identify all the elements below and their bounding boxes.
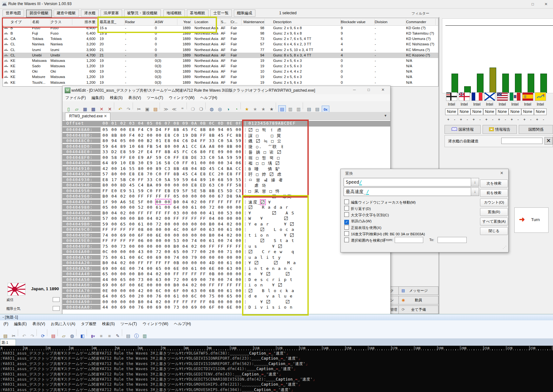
column-header-loc[interactable]: Location (194, 19, 221, 25)
hex-bytes[interactable]: 44 00 65 00 73 00 63 00 72 00 69 00 70 0… (102, 277, 241, 282)
hex-ascii[interactable]: e ¥ 〼 〼 (248, 271, 290, 276)
editor-menu-0[interactable]: (F) (1, 321, 11, 327)
column-header-asw[interactable]: ASW (155, 19, 177, 25)
replace-button[interactable]: 置換(R) (480, 208, 508, 216)
clipped-button-fragment[interactable]: ン (390, 296, 399, 304)
turn-button[interactable]: Turn (531, 217, 540, 222)
checkbox-icon[interactable] (344, 238, 349, 242)
find-prev-button[interactable]: 前を検索 (480, 189, 508, 197)
hex-ascii[interactable]: i n t e n a n c (248, 266, 293, 271)
hex-row[interactable]: 00404A30:69 00 6E 00 74 00 65 00 6E 00 6… (63, 266, 390, 272)
close-icon[interactable]: ✕ (378, 87, 388, 93)
column-header-name[interactable]: 名前 (32, 19, 50, 25)
clipped-button-fragment[interactable]: ク (390, 286, 399, 295)
table-row[interactable]: CATokiwaTokiwa4,60019-01889Northeast Asi… (3, 36, 438, 42)
maximize-icon[interactable]: □ (364, 87, 373, 93)
grep-result-row[interactable]: D:¥A031_asus_デスクトップ共有¥スチームゲーム関連¥A712 Rul… (0, 356, 553, 361)
hex-ascii[interactable]: 〼 □ 쩍 ㅓ 虑 (248, 127, 282, 133)
grep-result-row[interactable]: D:¥A031_asus_デスクトップ共有¥スチームゲーム関連¥A712 Rul… (0, 382, 553, 387)
checkbox-4[interactable]: 正規表現を使用(X) (344, 225, 381, 231)
hex-bytes[interactable]: 80 00 8D 45 C4 BA 09 00 00 00 E8 ED 63 C… (102, 183, 241, 187)
count-button[interactable]: カウント(O) (480, 199, 508, 206)
close-icon[interactable]: ✕ (541, 1, 551, 7)
hex-ascii[interactable]: ¥ 〼 〼 M a (248, 260, 296, 265)
hex-ascii[interactable]: 〼 B l o c k a (248, 288, 294, 293)
hex-bytes[interactable]: FF FF FF FF 08 00 00 00 4C 00 6F 00 63 0… (102, 227, 241, 232)
column-header-block[interactable]: Blockade value (341, 19, 375, 25)
hex-bytes[interactable]: 65 00 00 00 B0 04 02 00 FF FF FF FF 0B 0… (102, 271, 241, 276)
hex-bytes[interactable]: 69 00 6E 00 74 00 65 00 6E 00 61 00 6E 0… (102, 266, 241, 271)
panel-button-0[interactable]: 国家情報 (444, 125, 481, 134)
hex-ascii[interactable]: ㅁ 뿡 ㆋ 嫀 者 (248, 177, 283, 183)
intel-level-box[interactable]: None (509, 108, 521, 115)
grep-result-row[interactable]: D:¥A031_asus_デスクトップ共有¥スチームゲーム関連¥A712 Rul… (0, 351, 553, 356)
hex-row[interactable]: 004048C0:80 94 05 00 00 B2 01 E8 04 C6 D… (63, 138, 390, 144)
auto-sub-input[interactable] (501, 138, 543, 144)
wxm-menu-4[interactable]: ツール(T) (144, 94, 166, 101)
clear-icon[interactable]: ✕ (544, 137, 553, 145)
game-tab-6[interactable]: 地域概観 (163, 10, 185, 17)
grep-result-row[interactable]: D:¥A031_asus_デスクトップ共有¥スチームゲーム関連¥A712 Rul… (0, 372, 553, 377)
table-row[interactable]: KEOkiOki60019-0(3)1889Northeast AsiaAFFa… (3, 69, 438, 74)
hex-row[interactable]: 00404A40:65 00 00 00 B0 04 02 00 FF FF F… (63, 271, 390, 277)
find-next-button[interactable]: 次を検索 (480, 180, 508, 187)
intel-level-box[interactable]: None (483, 108, 496, 115)
intel-minus-button[interactable]: - (529, 117, 533, 122)
checkbox-5[interactable]: 16進文字列検索(H) (例: BE 00 3A or BE003A) (344, 231, 425, 237)
hex-bytes[interactable]: 0E 00 00 00 42 00 6C 00 6F 00 63 00 6B 0… (102, 288, 241, 293)
column-header-cmdr[interactable]: Commander (406, 19, 436, 25)
table-row[interactable]: KEMatsureMatsuwa1,20019-0(3)1889Northeas… (3, 74, 438, 80)
intel-minus-button[interactable]: - (491, 117, 495, 122)
hex-ascii[interactable]: ¥ 〼 A S (248, 211, 294, 215)
hex-bytes[interactable]: 0C 00 00 00 43 00 72 00 65 00 77 00 20 0… (102, 249, 241, 254)
hex-ascii[interactable]: u a l i t y (248, 255, 281, 260)
find-history-dropdown[interactable]: ↓ (471, 178, 479, 186)
game-tab-8[interactable]: 士官一覧 (210, 10, 232, 17)
table-row[interactable]: KESadoMatsuwa1,20019-0(3)1889Northeast A… (3, 63, 438, 69)
grep-result-row[interactable]: D:¥A031_asus_デスクトップ共有¥スチームゲーム関連¥A712 Rul… (0, 366, 553, 372)
grep-result-row[interactable]: D:¥A031_asus_デスクトップ共有¥スチームゲーム関連¥A712 Rul… (0, 387, 553, 392)
checkbox-icon[interactable] (344, 199, 349, 204)
hex-row[interactable]: 00404A50:44 00 65 00 73 00 63 00 72 00 6… (63, 277, 390, 283)
checkbox-0[interactable]: 編集ウィンドウにフォーカスを移動(M) (344, 199, 416, 205)
table-row[interactable]: BFujiFuso6,40015 a-01889Northeast AsiaAF… (3, 31, 438, 36)
hex-row[interactable]: 00404A80:64 00 65 00 20 00 76 00 61 00 6… (63, 294, 390, 299)
clipped-button-fragment[interactable]: 管理 (390, 305, 399, 314)
hex-bytes[interactable]: 57 80 00 E8 E8 70 C0 FF 8B 45 C4 E8 EC 2… (102, 172, 241, 176)
game-tab-1[interactable]: 就役中艦艇 (26, 10, 52, 17)
hex-bytes[interactable]: 00 00 00 00 B0 04 02 00 FF FF FF FF 08 0… (102, 299, 241, 304)
hex-ascii[interactable]: 〼 R a d a r (248, 205, 288, 210)
game-tab-4[interactable]: 沿岸要塞 (101, 10, 122, 17)
hex-ascii[interactable]: 謀 □ □ 㠱 (248, 133, 281, 139)
hex-bytes[interactable]: 75 00 73 00 00 00 00 00 B0 04 02 00 FF F… (102, 244, 241, 249)
hex-bytes[interactable]: E8 17 5B C0 FF 33 C0 5A 59 59 64 89 10 6… (102, 177, 241, 182)
game-tab-3[interactable]: 潜水艦 (81, 10, 99, 17)
table-row[interactable]: BFusoFuso6,40015 a-01889Northeast AsiaAF… (3, 25, 438, 31)
column-header-speed[interactable]: 最高速度_ (100, 19, 125, 25)
checkbox-3[interactable]: ✓単語のみ(W) (344, 219, 372, 224)
game-tab-7[interactable]: 基地概観 (187, 10, 208, 17)
hex-bytes[interactable]: 64 89 10 EB 30 E9 16 58 C0 FF 01 00 00 0… (102, 160, 241, 165)
intel-level-box[interactable]: None (458, 108, 471, 115)
panel-button-1[interactable]: 情報報告 (483, 125, 517, 134)
hex-ascii[interactable]: 堀 □ 쩡 뿍 □ (248, 155, 280, 161)
intel-minus-button[interactable]: - (504, 117, 507, 122)
to-input[interactable] (438, 237, 467, 243)
hex-row[interactable]: 004048D0:59 64 89 10 68 FB 54 80 00 A1 C… (63, 144, 390, 150)
selected-ascii[interactable]: 〼 (260, 200, 265, 205)
intel-plus-button[interactable]: + (484, 117, 488, 122)
hex-ascii[interactable]: 捷 ○. ⺍联 ㅐ (248, 144, 285, 150)
checkbox-2[interactable]: 大文字小文字を区別(C) (344, 212, 389, 218)
checkbox-6[interactable]: 選択範囲内を検索(S) (344, 238, 385, 243)
table-row[interactable]: KETsushi...Matsuwa1,20019-0(3)1889Northe… (3, 80, 438, 85)
tab-close-icon[interactable]: ✕ (104, 114, 107, 118)
all-reserve-button[interactable]: ⟳全て予備 (398, 305, 438, 314)
hex-ascii[interactable]: 襤 □ □ 堣 〼 (248, 160, 280, 166)
from-input[interactable] (395, 237, 423, 243)
panel-button-2[interactable]: 国際関係 (519, 125, 553, 134)
checkbox-icon[interactable] (344, 231, 349, 236)
intel-level-box[interactable]: None (496, 108, 509, 115)
checkbox-icon[interactable] (344, 225, 349, 230)
intel-level-box[interactable]: None (521, 108, 534, 115)
editor-menu-3[interactable]: お気に入り(A) (48, 320, 78, 328)
